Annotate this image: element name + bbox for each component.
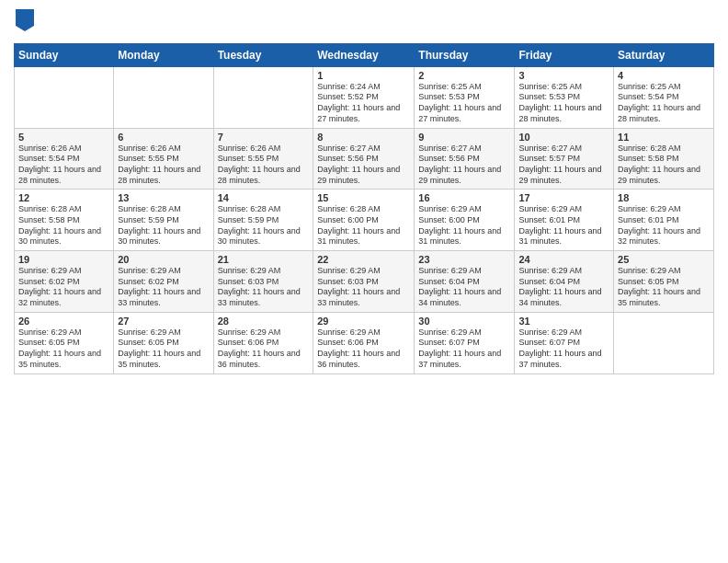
day-number: 13 [118,192,209,203]
calendar-cell: 30Sunrise: 6:29 AM Sunset: 6:07 PM Dayli… [415,312,515,373]
day-number: 30 [418,316,510,327]
day-info: Sunrise: 6:26 AM Sunset: 5:55 PM Dayligh… [118,144,209,187]
calendar-cell: 28Sunrise: 6:29 AM Sunset: 6:06 PM Dayli… [213,312,313,373]
week-row-3: 12Sunrise: 6:28 AM Sunset: 5:58 PM Dayli… [15,190,714,251]
calendar-cell: 26Sunrise: 6:29 AM Sunset: 6:05 PM Dayli… [15,312,114,373]
calendar-cell: 9Sunrise: 6:27 AM Sunset: 5:56 PM Daylig… [415,128,515,190]
calendar-cell [114,66,213,128]
day-number: 22 [317,254,410,265]
day-info: Sunrise: 6:29 AM Sunset: 6:06 PM Dayligh… [218,327,310,371]
day-number: 29 [317,316,410,327]
day-number: 7 [218,132,310,143]
calendar-table: SundayMondayTuesdayWednesdayThursdayFrid… [14,43,714,374]
calendar-cell: 19Sunrise: 6:29 AM Sunset: 6:02 PM Dayli… [15,251,114,313]
day-number: 8 [317,132,410,143]
day-number: 11 [618,132,710,143]
calendar-cell: 2Sunrise: 6:25 AM Sunset: 5:53 PM Daylig… [415,66,515,128]
day-number: 15 [317,192,410,203]
day-info: Sunrise: 6:25 AM Sunset: 5:54 PM Dayligh… [618,82,710,125]
calendar-cell [15,66,114,128]
day-info: Sunrise: 6:29 AM Sunset: 6:03 PM Dayligh… [218,266,310,309]
calendar-cell: 21Sunrise: 6:29 AM Sunset: 6:03 PM Dayli… [213,251,313,313]
week-row-5: 26Sunrise: 6:29 AM Sunset: 6:05 PM Dayli… [15,312,714,373]
calendar-cell [213,66,313,128]
day-number: 20 [118,254,209,265]
day-info: Sunrise: 6:29 AM Sunset: 6:06 PM Dayligh… [317,327,410,371]
logo [14,9,34,36]
calendar-cell: 31Sunrise: 6:29 AM Sunset: 6:07 PM Dayli… [515,312,614,373]
day-info: Sunrise: 6:25 AM Sunset: 5:53 PM Dayligh… [518,82,609,125]
day-info: Sunrise: 6:26 AM Sunset: 5:55 PM Dayligh… [218,144,310,187]
logo-icon [16,9,34,31]
calendar-cell: 25Sunrise: 6:29 AM Sunset: 6:05 PM Dayli… [614,251,714,313]
day-number: 6 [118,132,209,143]
calendar-cell: 17Sunrise: 6:29 AM Sunset: 6:01 PM Dayli… [515,190,614,251]
day-info: Sunrise: 6:29 AM Sunset: 6:07 PM Dayligh… [518,327,609,371]
weekday-header-row: SundayMondayTuesdayWednesdayThursdayFrid… [15,43,714,66]
day-info: Sunrise: 6:29 AM Sunset: 6:05 PM Dayligh… [118,327,209,371]
calendar-cell: 27Sunrise: 6:29 AM Sunset: 6:05 PM Dayli… [114,312,213,373]
calendar-cell: 22Sunrise: 6:29 AM Sunset: 6:03 PM Dayli… [313,251,415,313]
calendar-cell: 13Sunrise: 6:28 AM Sunset: 5:59 PM Dayli… [114,190,213,251]
day-info: Sunrise: 6:28 AM Sunset: 6:00 PM Dayligh… [317,204,410,247]
calendar-cell: 10Sunrise: 6:27 AM Sunset: 5:57 PM Dayli… [515,128,614,190]
day-info: Sunrise: 6:26 AM Sunset: 5:54 PM Dayligh… [18,144,109,187]
day-info: Sunrise: 6:29 AM Sunset: 6:04 PM Dayligh… [518,266,609,309]
calendar-cell: 11Sunrise: 6:28 AM Sunset: 5:58 PM Dayli… [614,128,714,190]
week-row-1: 1Sunrise: 6:24 AM Sunset: 5:52 PM Daylig… [15,66,714,128]
calendar-cell: 24Sunrise: 6:29 AM Sunset: 6:04 PM Dayli… [515,251,614,313]
day-info: Sunrise: 6:29 AM Sunset: 6:02 PM Dayligh… [18,266,109,309]
weekday-header-thursday: Thursday [415,43,515,66]
day-number: 12 [18,192,109,203]
weekday-header-tuesday: Tuesday [213,43,313,66]
page: SundayMondayTuesdayWednesdayThursdayFrid… [0,0,728,563]
day-number: 24 [518,254,609,265]
day-number: 25 [618,254,710,265]
day-number: 19 [18,254,109,265]
week-row-4: 19Sunrise: 6:29 AM Sunset: 6:02 PM Dayli… [15,251,714,313]
day-number: 10 [518,132,609,143]
calendar-cell: 3Sunrise: 6:25 AM Sunset: 5:53 PM Daylig… [515,66,614,128]
calendar-cell: 20Sunrise: 6:29 AM Sunset: 6:02 PM Dayli… [114,251,213,313]
day-info: Sunrise: 6:29 AM Sunset: 6:00 PM Dayligh… [418,204,510,247]
day-info: Sunrise: 6:28 AM Sunset: 5:58 PM Dayligh… [618,144,710,187]
day-info: Sunrise: 6:28 AM Sunset: 5:58 PM Dayligh… [18,204,109,247]
day-number: 26 [18,316,109,327]
calendar-cell: 7Sunrise: 6:26 AM Sunset: 5:55 PM Daylig… [213,128,313,190]
weekday-header-monday: Monday [114,43,213,66]
weekday-header-sunday: Sunday [15,43,114,66]
day-info: Sunrise: 6:28 AM Sunset: 5:59 PM Dayligh… [118,204,209,247]
week-row-2: 5Sunrise: 6:26 AM Sunset: 5:54 PM Daylig… [15,128,714,190]
day-number: 17 [518,192,609,203]
weekday-header-wednesday: Wednesday [313,43,415,66]
calendar-cell: 16Sunrise: 6:29 AM Sunset: 6:00 PM Dayli… [415,190,515,251]
day-info: Sunrise: 6:27 AM Sunset: 5:56 PM Dayligh… [317,144,410,187]
calendar-cell: 1Sunrise: 6:24 AM Sunset: 5:52 PM Daylig… [313,66,415,128]
calendar-cell: 23Sunrise: 6:29 AM Sunset: 6:04 PM Dayli… [415,251,515,313]
day-number: 21 [218,254,310,265]
weekday-header-friday: Friday [515,43,614,66]
calendar-cell: 5Sunrise: 6:26 AM Sunset: 5:54 PM Daylig… [15,128,114,190]
header [14,9,714,36]
day-info: Sunrise: 6:29 AM Sunset: 6:03 PM Dayligh… [317,266,410,309]
day-info: Sunrise: 6:29 AM Sunset: 6:07 PM Dayligh… [418,327,510,371]
calendar-cell: 29Sunrise: 6:29 AM Sunset: 6:06 PM Dayli… [313,312,415,373]
day-info: Sunrise: 6:25 AM Sunset: 5:53 PM Dayligh… [418,82,510,125]
day-info: Sunrise: 6:24 AM Sunset: 5:52 PM Dayligh… [317,82,410,125]
day-info: Sunrise: 6:29 AM Sunset: 6:05 PM Dayligh… [618,266,710,309]
day-number: 31 [518,316,609,327]
day-number: 2 [418,70,510,81]
day-number: 1 [317,70,410,81]
day-info: Sunrise: 6:29 AM Sunset: 6:04 PM Dayligh… [418,266,510,309]
day-info: Sunrise: 6:28 AM Sunset: 5:59 PM Dayligh… [218,204,310,247]
day-info: Sunrise: 6:29 AM Sunset: 6:01 PM Dayligh… [618,204,710,247]
day-number: 9 [418,132,510,143]
day-number: 3 [518,70,609,81]
day-info: Sunrise: 6:27 AM Sunset: 5:57 PM Dayligh… [518,144,609,187]
day-number: 28 [218,316,310,327]
day-number: 14 [218,192,310,203]
day-number: 18 [618,192,710,203]
day-number: 4 [618,70,710,81]
calendar-cell: 15Sunrise: 6:28 AM Sunset: 6:00 PM Dayli… [313,190,415,251]
day-info: Sunrise: 6:29 AM Sunset: 6:02 PM Dayligh… [118,266,209,309]
